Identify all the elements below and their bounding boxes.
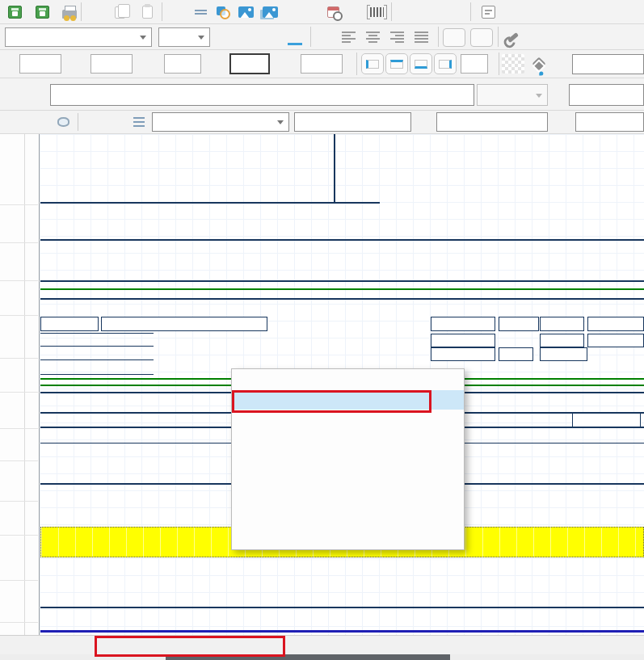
italic-button[interactable]	[239, 27, 260, 48]
menu-item-pievienot-jaunu-svitrkodu[interactable]	[232, 528, 464, 549]
underline-button[interactable]	[262, 27, 283, 48]
font-color-button[interactable]	[284, 27, 305, 48]
elements-button[interactable]	[477, 2, 505, 23]
border-top-button[interactable]	[385, 53, 408, 74]
add-image-list-button[interactable]	[259, 2, 281, 22]
add-row-button[interactable]	[3, 112, 26, 132]
menu-item-pievienot-bildi[interactable]	[232, 430, 464, 450]
field-daudzums[interactable]	[431, 334, 495, 347]
font-size-select[interactable]	[158, 27, 210, 47]
add-aggregate-button[interactable]	[301, 2, 323, 22]
aux-input[interactable]	[569, 84, 644, 106]
field-cena[interactable]	[540, 347, 587, 361]
y-position-spinner[interactable]	[134, 54, 144, 74]
border-bottom-button[interactable]	[410, 53, 432, 74]
remove-row-button[interactable]	[27, 112, 50, 132]
settings-button[interactable]	[396, 2, 410, 23]
width-input[interactable]	[164, 54, 201, 74]
text-color-icon	[502, 54, 524, 74]
menu-item-pievienot-lauku[interactable]	[232, 390, 464, 410]
tools-button[interactable]	[503, 27, 524, 48]
text-direction-h-button[interactable]	[443, 28, 465, 47]
band-source-select[interactable]	[152, 112, 289, 132]
field-atlaides[interactable]	[540, 334, 584, 347]
bold-button[interactable]	[217, 27, 238, 48]
x-position-spinner[interactable]	[63, 54, 73, 74]
align-right-button[interactable]	[386, 27, 407, 48]
row-number-gutter	[0, 134, 39, 635]
align-justify-button[interactable]	[410, 27, 431, 48]
menu-item-pievienot-sistemas-parametru[interactable]	[232, 449, 464, 469]
filter2-input[interactable]	[436, 112, 548, 132]
field-pvn[interactable]	[572, 413, 641, 427]
copy-button[interactable]	[110, 2, 133, 22]
y-position-input[interactable]	[90, 54, 133, 74]
move-down-button[interactable]	[103, 112, 126, 132]
field-daudzums2[interactable]	[587, 317, 644, 331]
menu-item-pievienot-tekstu[interactable]	[232, 370, 464, 390]
sort1-button[interactable]	[415, 114, 433, 132]
print-button[interactable]	[58, 2, 81, 22]
rotation-spinner[interactable]	[344, 54, 354, 74]
cut-button[interactable]	[84, 2, 107, 22]
filter1-input[interactable]	[294, 112, 411, 132]
x-position-input[interactable]	[19, 54, 61, 74]
menu-item-pievienot-izteiksmi[interactable]	[232, 509, 464, 529]
paste-button[interactable]	[136, 2, 158, 22]
line-style-select[interactable]	[572, 54, 644, 74]
height-spinner[interactable]	[271, 54, 281, 74]
field-daudzums2[interactable]	[587, 334, 644, 347]
field-merv[interactable]	[499, 317, 539, 331]
status-bar	[0, 635, 644, 654]
field-atlaides[interactable]	[540, 317, 584, 331]
add-expression-button[interactable]	[280, 2, 302, 22]
justify-letter-button[interactable]	[314, 27, 335, 48]
field-nosaukums[interactable]	[101, 317, 267, 331]
add-field-button[interactable]	[189, 2, 212, 22]
width-spinner[interactable]	[203, 54, 213, 74]
height-input[interactable]	[229, 53, 270, 74]
border-left-button[interactable]	[361, 53, 384, 74]
field-daudzums[interactable]	[431, 317, 495, 331]
band-separator	[40, 374, 154, 375]
add-shape-button[interactable]	[212, 2, 234, 22]
border-right-button[interactable]	[434, 53, 457, 74]
apply-button[interactable]	[6, 85, 29, 104]
align-left-icon	[342, 32, 356, 43]
scrollbar-thumb[interactable]	[166, 654, 450, 660]
add-barcode-button[interactable]	[365, 2, 388, 22]
save-as-button[interactable]	[31, 2, 53, 22]
menu-item-pievienot-figuru[interactable]	[232, 410, 464, 430]
field-kods[interactable]	[40, 317, 99, 331]
chevron-down-icon	[198, 36, 204, 40]
align-center-button[interactable]	[362, 27, 383, 48]
text-direction-v-button[interactable]	[470, 28, 493, 47]
align-right-icon	[390, 32, 404, 43]
move-up-button[interactable]	[81, 112, 103, 132]
border-width-input[interactable]	[461, 54, 488, 74]
expression-input[interactable]	[50, 84, 474, 106]
align-left-button[interactable]	[338, 27, 359, 48]
add-subdetail-button[interactable]	[128, 112, 150, 132]
fill-color-button[interactable]	[528, 54, 550, 74]
add-system-param-button[interactable]	[322, 2, 344, 22]
expression-combo[interactable]	[477, 84, 548, 106]
add-text-button[interactable]	[165, 2, 187, 22]
add-datasource-button[interactable]	[52, 112, 74, 132]
font-family-select[interactable]	[5, 27, 152, 47]
menu-item-pievienot-parametru[interactable]	[232, 469, 464, 490]
horizontal-scrollbar[interactable]	[0, 654, 644, 660]
sort2-button[interactable]	[553, 114, 570, 132]
band-aux-input[interactable]	[575, 112, 644, 132]
line-color-button[interactable]	[552, 54, 575, 74]
add-param-button[interactable]	[343, 2, 365, 22]
field-apzim[interactable]	[499, 347, 533, 361]
add-image-button[interactable]	[234, 2, 257, 22]
save-button[interactable]	[3, 2, 26, 22]
band-separator	[40, 607, 644, 608]
format-toolbar	[0, 24, 644, 50]
menu-item-pievienot-agregatizteiksmi[interactable]	[232, 489, 464, 509]
field-daudzums[interactable]	[431, 347, 495, 361]
rotation-input[interactable]	[301, 54, 343, 74]
text-color-button[interactable]	[502, 54, 524, 74]
